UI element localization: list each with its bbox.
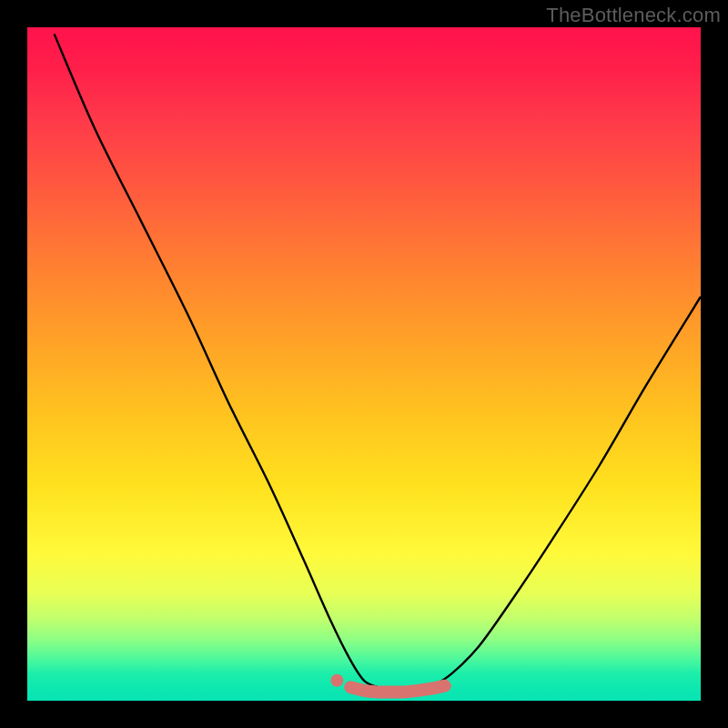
watermark-text: TheBottleneck.com bbox=[546, 4, 721, 27]
valley-marker-stroke bbox=[350, 686, 445, 693]
valley-marker-dot bbox=[330, 674, 343, 687]
curve-right bbox=[431, 297, 701, 687]
curve-left bbox=[55, 34, 378, 687]
plot-area bbox=[27, 27, 701, 701]
curve-layer bbox=[27, 27, 701, 701]
chart-frame: TheBottleneck.com bbox=[0, 0, 728, 728]
